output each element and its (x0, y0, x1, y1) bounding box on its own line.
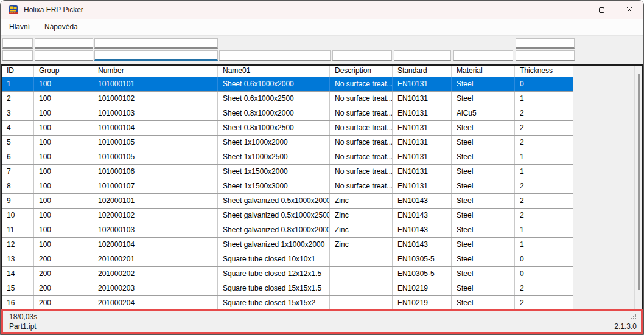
cell-standard: EN10131 (393, 92, 452, 106)
table-row[interactable]: 1100101000101Sheet 0.6x1000x2000No surfa… (2, 77, 573, 92)
cell-id: 15 (2, 281, 34, 295)
cell-name01: Sheet galvanized 0.8x1000x2000 (218, 223, 330, 237)
column-header-number[interactable]: Number (93, 66, 218, 77)
column-header-standard[interactable]: Standard (393, 66, 452, 77)
cell-name01: Sheet galvanized 0.5x1000x2500 (218, 209, 330, 223)
minimize-button[interactable] (559, 1, 587, 19)
column-header-group[interactable]: Group (34, 66, 93, 77)
cell-material: Steel (452, 179, 515, 193)
table-row[interactable]: 2100101000102Sheet 0.6x1000x2500No surfa… (2, 92, 573, 106)
column-header-name01[interactable]: Name01 (218, 66, 330, 77)
cell-number: 201000204 (93, 296, 218, 310)
filter-top-number-input[interactable] (94, 38, 218, 49)
cell-material: Steel (452, 136, 515, 150)
table-row[interactable]: 11100102000103Sheet galvanized 0.8x1000x… (2, 223, 573, 238)
cell-description: No surface treat... (330, 121, 393, 135)
filter-name01-input[interactable] (219, 50, 331, 61)
column-header-thickness[interactable]: Thickness (515, 66, 573, 77)
cell-standard: EN10143 (393, 223, 452, 237)
cell-group: 100 (34, 77, 93, 91)
table-row[interactable]: 13200201000201Square tube closed 10x10x1… (2, 252, 573, 267)
cell-material: Steel (452, 238, 515, 252)
cell-group: 100 (34, 238, 93, 252)
filter-group-input[interactable] (35, 50, 93, 61)
parts-table: ID Group Number Name01 Description Stand… (1, 64, 643, 310)
table-row[interactable]: 12100102000104Sheet galvanized 1x1000x20… (2, 238, 573, 252)
filter-description-input[interactable] (332, 50, 392, 61)
scrollbar-thumb[interactable] (638, 74, 640, 290)
cell-number: 102000103 (93, 223, 218, 237)
cell-description: No surface treat... (330, 92, 393, 106)
filter-id-input[interactable] (2, 50, 33, 61)
maximize-icon (599, 7, 604, 13)
cell-number: 201000203 (93, 281, 218, 295)
cell-description: Zinc (330, 209, 393, 223)
cell-material: Steel (452, 267, 515, 281)
table-row[interactable]: 8100101000107Sheet 1x1500x3000No surface… (2, 179, 573, 194)
cell-thickness: 1 (515, 238, 573, 252)
cell-thickness: 2 (515, 296, 573, 310)
close-icon (626, 5, 632, 15)
table-row[interactable]: 14200201000202Square tube closed 12x12x1… (2, 267, 573, 281)
minimize-icon (570, 10, 576, 10)
cell-number: 102000101 (93, 194, 218, 208)
cell-description (330, 296, 393, 310)
table-header-row: ID Group Number Name01 Description Stand… (2, 66, 573, 77)
cell-description: No surface treat... (330, 77, 393, 91)
status-version: 2.1.3.0 (614, 322, 637, 331)
filter-material-input[interactable] (453, 50, 513, 61)
menu-item-napoveda[interactable]: Nápověda (38, 19, 84, 35)
column-header-id[interactable]: ID (2, 66, 34, 77)
table-row[interactable]: 16200201000204Square tube closed 15x15x2… (2, 296, 573, 310)
menu-bar: Hlavní Nápověda (1, 19, 643, 35)
cell-description: No surface treat... (330, 165, 393, 179)
filter-top-id-input[interactable] (2, 38, 33, 49)
table-row[interactable]: 10100102000102Sheet galvanized 0.5x1000x… (2, 209, 573, 223)
cell-name01: Sheet 1x1000x2000 (218, 136, 330, 150)
cell-number: 101000105 (93, 136, 218, 150)
maximize-button[interactable] (587, 1, 615, 19)
cell-description: Zinc (330, 238, 393, 252)
cell-name01: Sheet galvanized 1x1000x2000 (218, 238, 330, 252)
cell-name01: Sheet 0.6x1000x2000 (218, 77, 330, 91)
cell-description: No surface treat... (330, 106, 393, 120)
close-button[interactable] (615, 1, 643, 19)
cell-thickness: 2 (515, 121, 573, 135)
vertical-scrollbar[interactable] (634, 66, 642, 309)
cell-standard: EN10143 (393, 194, 452, 208)
cell-name01: Sheet 0.8x1000x2000 (218, 106, 330, 120)
cell-name01: Square tube closed 15x15x1.5 (218, 281, 330, 295)
column-header-description[interactable]: Description (330, 66, 393, 77)
cell-group: 100 (34, 179, 93, 193)
filter-top-group-input[interactable] (35, 38, 93, 49)
cell-number: 101000105 (93, 150, 218, 164)
app-icon[interactable] (9, 5, 18, 15)
cell-number: 102000104 (93, 238, 218, 252)
table-row[interactable]: 6100101000105Sheet 1x1000x2500No surface… (2, 150, 573, 165)
cell-number: 102000102 (93, 209, 218, 223)
resize-grip-icon[interactable] (631, 318, 632, 319)
table-row[interactable]: 5100101000105Sheet 1x1000x2000No surface… (2, 136, 573, 150)
table-row[interactable]: 15200201000203Square tube closed 15x15x1… (2, 281, 573, 296)
table-row[interactable]: 3100101000103Sheet 0.8x1000x2000No surfa… (2, 106, 573, 121)
table-row[interactable]: 4100101000104Sheet 0.8x1000x2500No surfa… (2, 121, 573, 136)
filter-top-thickness-input[interactable] (516, 38, 575, 49)
filter-thickness-input[interactable] (516, 50, 575, 61)
cell-thickness: 1 (515, 92, 573, 106)
table-body: 1100101000101Sheet 0.6x1000x2000No surfa… (2, 77, 642, 310)
cell-id: 1 (2, 77, 34, 91)
cell-thickness: 2 (515, 194, 573, 208)
filter-number-input[interactable] (94, 50, 218, 61)
filter-standard-input[interactable] (394, 50, 451, 61)
column-header-material[interactable]: Material (452, 66, 515, 77)
cell-id: 9 (2, 194, 34, 208)
cell-standard: EN10131 (393, 179, 452, 193)
cell-material: AlCu5 (452, 106, 515, 120)
cell-number: 201000201 (93, 252, 218, 266)
cell-id: 11 (2, 223, 34, 237)
cell-standard: EN10131 (393, 165, 452, 179)
table-row[interactable]: 7100101000106Sheet 1x1500x2000No surface… (2, 165, 573, 179)
table-row[interactable]: 9100102000101Sheet galvanized 0.5x1000x2… (2, 194, 573, 209)
menu-item-hlavni[interactable]: Hlavní (3, 19, 36, 35)
cell-name01: Sheet 1x1500x3000 (218, 179, 330, 193)
